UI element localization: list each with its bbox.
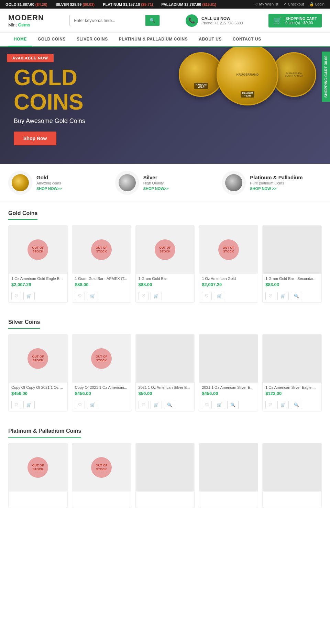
platinum-product-1-name (11, 494, 65, 498)
platinum-product-1-price (11, 500, 65, 505)
cart-button-silver-3[interactable]: 🛒 (151, 401, 162, 409)
gold-product-1-price: $2,007.29 (11, 282, 65, 287)
wishlist-button-gold-5[interactable]: ♡ (265, 292, 275, 300)
platinum-product-1-info (9, 492, 67, 508)
search-icon: 🔍 (150, 18, 155, 23)
gold-product-4-name: 1 Oz American Gold (202, 276, 255, 281)
ticker-bar: GOLD $1,887.60 ($4.20) SILVER $29.99 ($0… (0, 0, 330, 9)
wishlist-link[interactable]: ♡ My Wishlist (255, 2, 278, 7)
platinum-product-5-name (265, 494, 319, 498)
platinum-shop-now[interactable]: SHOP NOW >> (250, 187, 276, 191)
wishlist-button-gold-4[interactable]: ♡ (202, 292, 212, 300)
sidebar-promo[interactable]: SHOPPING CART 30.00 (322, 52, 330, 102)
gold-shop-now[interactable]: SHOP NOW>> (36, 187, 62, 191)
nav-link-gold[interactable]: GOLD COINS (32, 33, 71, 46)
cart-button-gold-3[interactable]: 🛒 (151, 292, 162, 300)
search-button[interactable]: 🔍 (145, 15, 160, 26)
platinum-coin-icon (225, 174, 242, 191)
gold-coin-icon (12, 174, 29, 191)
cart-button-silver-5[interactable]: 🛒 (277, 401, 289, 409)
platinum-product-2: OUT OFSTOCK (72, 443, 131, 508)
wishlist-button-gold-2[interactable]: ♡ (75, 292, 85, 300)
wishlist-button-gold-3[interactable]: ♡ (139, 292, 148, 300)
call-phone: Phone: +1 215 778 5390 (201, 21, 243, 25)
nav-link-home[interactable]: HOME (8, 33, 32, 46)
platinum-product-5-image (263, 443, 321, 492)
cart-label: SHOPPING CART (285, 16, 317, 21)
search-button-silver-4[interactable]: 🔍 (227, 401, 239, 409)
silver-product-2-name: Copy Of 2021 1 Oz American... (75, 385, 128, 389)
nav-link-platinum[interactable]: PLATINUM & PALLADIUM COINS (113, 33, 194, 46)
search-button-silver-3[interactable]: 🔍 (164, 401, 175, 409)
platinum-product-4-price (202, 500, 255, 505)
category-section: Gold Amazing coins SHOP NOW>> Silver Hig… (0, 164, 330, 202)
platinum-product-2-image: OUT OFSTOCK (72, 443, 131, 492)
silver-section-title: Silver Coins (8, 319, 40, 329)
gold-product-1-image: OUT OFSTOCK (9, 226, 67, 274)
nav-link-contact[interactable]: CONTACT US (227, 33, 267, 46)
silver-product-5-name: 1 Oz American Silver Eagle ... (265, 385, 319, 389)
gold-coins-section: Gold Coins OUT OFSTOCK 1 Oz American Gol… (0, 202, 330, 311)
out-of-stock-badge-2: OUT OFSTOCK (91, 239, 112, 260)
wishlist-button-silver-5[interactable]: ♡ (265, 401, 275, 409)
palladium-price: PALLADIUM $2,787.00 ($15.81) (161, 2, 216, 7)
cart-button-gold-1[interactable]: 🛒 (23, 292, 35, 300)
platinum-section-title: Platinum & Palladium Coins (8, 428, 81, 438)
platinum-coins-section: Platinum & Palladium Coins OUT OFSTOCK O… (0, 420, 330, 516)
gold-product-4-actions: ♡ 🛒 (199, 290, 258, 302)
wishlist-button-gold-1[interactable]: ♡ (11, 292, 21, 300)
cart-button[interactable]: 🛒 SHOPPING CART 0 item(s) - $0.00 (268, 14, 322, 27)
cart-button-silver-1[interactable]: 🛒 (23, 401, 35, 409)
silver-product-1: OUT OFSTOCK Copy Of Copy Of 2021 1 Oz A.… (8, 334, 68, 411)
cart-button-silver-2[interactable]: 🛒 (87, 401, 98, 409)
category-gold: Gold Amazing coins SHOP NOW>> (8, 171, 108, 195)
wishlist-button-silver-3[interactable]: ♡ (139, 401, 148, 409)
cart-button-gold-5[interactable]: 🛒 (277, 292, 289, 300)
platinum-product-5-price (265, 500, 319, 505)
login-link[interactable]: 🔒 Login (309, 2, 324, 7)
search-input[interactable] (70, 15, 145, 26)
nav-link-silver[interactable]: SLIVER COINS (71, 33, 113, 46)
cart-button-gold-4[interactable]: 🛒 (214, 292, 225, 300)
cart-button-gold-2[interactable]: 🛒 (87, 292, 98, 300)
platinum-price: PLATINUM $1,157.10 ($9.71) (103, 2, 153, 7)
search-button-gold-5[interactable]: 🔍 (291, 292, 302, 300)
gold-product-2-name: 1 Gram Gold Bar - APMEX (T... (75, 276, 128, 281)
search-button-silver-5[interactable]: 🔍 (291, 401, 302, 409)
gold-product-5-image (263, 226, 321, 274)
hero-banner: AVAILABLE NOW GOLD COINS Buy Awesome Gol… (0, 47, 330, 164)
hero-coins: RANDOMYEAR KRUGERRAND RANDOMYEAR SUID-AF… (179, 47, 316, 105)
platinum-product-1-image: OUT OFSTOCK (9, 443, 67, 492)
silver-product-4-actions: ♡ 🛒 🔍 (199, 399, 258, 411)
logo-modern: MODERN (8, 13, 44, 22)
gold-category-desc: Amazing coins (36, 181, 62, 185)
silver-product-3-image (136, 335, 195, 383)
gold-product-3-info: 1 Gram Gold Bar $88.00 (136, 274, 195, 290)
silver-product-3: 2021 1 Oz American Silver E... $50.00 ♡ … (135, 334, 195, 411)
silver-shop-now[interactable]: SHOP NOW>> (143, 187, 169, 191)
wishlist-button-silver-1[interactable]: ♡ (11, 401, 21, 409)
gold-product-1: OUT OFSTOCK 1 Oz American Gold Eagle B..… (8, 225, 68, 303)
wishlist-button-silver-4[interactable]: ♡ (202, 401, 212, 409)
silver-product-3-price: $50.00 (139, 391, 192, 396)
gold-icon-wrap (8, 171, 32, 195)
header: MODERN Mint Gems 🔍 📞 CALL US NOW Phone: … (0, 9, 330, 33)
ticker-right: ♡ My Wishlist ✓ Checkout 🔒 Login (255, 2, 324, 7)
nav-link-about[interactable]: ABOUT US (193, 33, 227, 46)
platinum-product-4-info (199, 492, 258, 508)
wishlist-button-silver-2[interactable]: ♡ (75, 401, 85, 409)
silver-product-5: 1 Oz American Silver Eagle ... $123.00 ♡… (262, 334, 322, 411)
silver-product-1-actions: ♡ 🛒 (9, 399, 67, 411)
logo[interactable]: MODERN Mint Gems (8, 13, 44, 27)
nav-item-contact: CONTACT US (227, 33, 267, 46)
main-nav: HOME GOLD COINS SLIVER COINS PLATINUM & … (0, 33, 330, 47)
platinum-category-desc: Pure platinum Coins (250, 181, 302, 185)
checkout-link[interactable]: ✓ Checkout (284, 2, 304, 7)
silver-product-4-price: $456.00 (202, 391, 255, 396)
gold-product-5: 1 Gram Gold Bar - Secondar... $83.03 ♡ 🛒… (262, 225, 322, 303)
hero-shop-button[interactable]: Shop Now (14, 132, 56, 145)
gold-price: GOLD $1,887.60 ($4.20) (6, 2, 47, 7)
platinum-icon-wrap (222, 171, 246, 195)
cart-button-silver-4[interactable]: 🛒 (214, 401, 225, 409)
platinum-product-5 (262, 443, 322, 508)
